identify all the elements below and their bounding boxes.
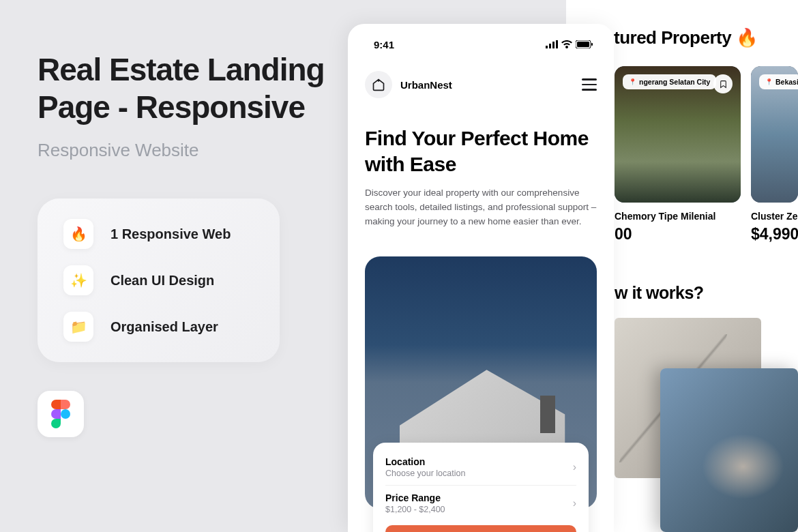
hero-description: Discover your ideal property with our co… [365,186,597,229]
how-it-works-title: w it works? [615,283,704,303]
property-name: Cluster Zei [751,211,798,222]
property-card[interactable]: ngerang Selatan City Chemory Tipe Mileni… [615,66,741,243]
search-panel: Location Choose your location › Price Ra… [373,443,589,532]
signal-icon [546,39,558,50]
location-label: Location [385,456,465,467]
property-image: Bekasi [751,66,798,203]
property-name: Chemory Tipe Milenial [615,211,741,222]
bookmark-button[interactable] [713,74,733,93]
gallery-image-handshake [660,368,798,532]
svg-rect-4 [556,40,558,48]
svg-rect-6 [577,42,589,47]
figma-icon [38,391,84,437]
battery-icon [576,39,593,50]
menu-button[interactable] [582,78,597,91]
location-value: Choose your location [385,469,465,478]
brand-name: UrbanNest [400,79,452,91]
price-value: $1,200 - $2,400 [385,505,445,514]
feature-card: 🔥 1 Responsive Web ✨ Clean UI Design 📁 O… [38,198,280,362]
price-selector[interactable]: Price Range $1,200 - $2,400 › [385,488,576,518]
svg-rect-2 [549,44,551,48]
brand[interactable]: UrbanNest [365,71,452,98]
feature-label: Organised Layer [110,319,218,335]
phone-mockup: 9:41 UrbanNest Find Your Perfect Home wi… [348,24,614,532]
price-label: Price Range [385,492,445,503]
feature-label: Clean UI Design [110,273,214,289]
feature-item: 🔥 1 Responsive Web [63,219,254,249]
property-price: 00 [615,225,741,243]
svg-rect-7 [591,43,593,46]
property-card[interactable]: Bekasi Cluster Zei $4,990 [751,66,798,243]
promo-title: Real Estate Landing Page - Responsive [38,51,348,126]
status-bar: 9:41 [348,24,614,57]
wifi-icon [561,39,572,50]
search-button[interactable]: Search Property [385,525,576,532]
feature-label: 1 Responsive Web [110,226,231,242]
property-image: ngerang Selatan City [615,66,741,203]
promo-subtitle: Responsive Website [38,140,348,161]
fire-icon: 🔥 [63,219,93,249]
chevron-right-icon: › [573,461,576,473]
feature-item: ✨ Clean UI Design [63,265,254,295]
sparkle-icon: ✨ [63,265,93,295]
folder-icon: 📁 [63,312,93,342]
svg-point-0 [61,409,70,419]
svg-rect-1 [546,46,548,48]
featured-section-title: tured Property 🔥 [614,27,757,48]
property-price: $4,990 [751,225,798,243]
svg-rect-3 [552,42,555,48]
location-badge: ngerang Selatan City [623,74,716,89]
status-time: 9:41 [374,39,394,50]
feature-item: 📁 Organised Layer [63,312,254,342]
location-badge: Bekasi [759,74,798,89]
chevron-right-icon: › [573,497,576,509]
hero-title: Find Your Perfect Home with Ease [365,125,597,177]
location-selector[interactable]: Location Choose your location › [385,452,576,482]
home-icon [365,71,392,98]
